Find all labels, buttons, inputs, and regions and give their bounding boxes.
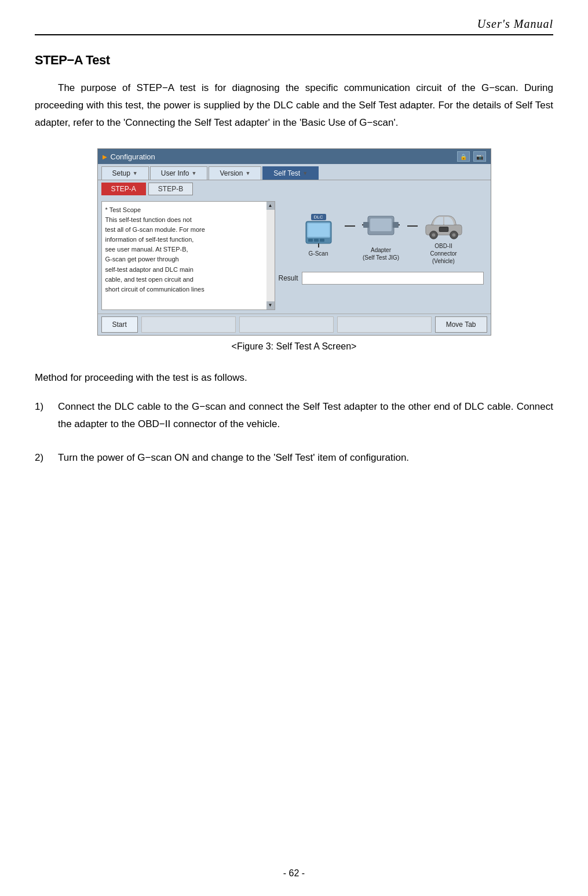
panel-scrollbar[interactable]: ▲ ▼ (266, 202, 275, 309)
screen-left-panel: * Test Scope This self-test function doe… (101, 201, 275, 310)
item-1-number: 1) (35, 398, 52, 433)
panel-text: * Test Scope This self-test function doe… (105, 205, 271, 294)
lock-icon: 🔒 (457, 151, 470, 162)
screen-right-panel: DLC (275, 201, 487, 310)
btn-spacer-1 (141, 316, 236, 333)
connection-line-1 (345, 225, 355, 227)
tab-selftest-label: Self Test (273, 169, 300, 177)
tab-userinfo-arrow: ▼ (191, 170, 196, 176)
intro-paragraph: The purpose of STEP−A test is for diagno… (35, 79, 553, 131)
page-footer: - 62 - (0, 868, 588, 879)
svg-rect-2 (308, 224, 329, 236)
titlebar-text: Configuration (111, 152, 155, 161)
svg-point-17 (452, 234, 455, 237)
car-svg (423, 207, 464, 239)
tab-selftest[interactable]: Self Test ▼ (262, 166, 319, 180)
subtab-stepa-label: STEP-A (111, 185, 136, 193)
svg-rect-9 (363, 222, 369, 228)
page-header: User's Manual (35, 17, 553, 35)
tab-setup-arrow: ▼ (133, 170, 138, 176)
figure-container: ▶ Configuration 🔒 📷 Setup ▼ User Info ▼ (97, 148, 491, 352)
scroll-down-arrow[interactable]: ▼ (266, 301, 275, 309)
page-number: - 62 - (283, 868, 305, 878)
gscan-image: DLC (298, 213, 339, 250)
screen-tabs: Setup ▼ User Info ▼ Version ▼ Self Test … (98, 164, 491, 180)
car-device-item: OBD-IIConnector(Vehicle) (423, 205, 464, 265)
tab-version-label: Version (220, 169, 243, 177)
subtab-stepa[interactable]: STEP-A (101, 183, 146, 195)
screenshot-box: ▶ Configuration 🔒 📷 Setup ▼ User Info ▼ (97, 148, 491, 336)
tab-setup[interactable]: Setup ▼ (101, 166, 149, 180)
gscan-device-item: DLC (298, 213, 339, 257)
tab-selftest-arrow: ▼ (302, 170, 308, 176)
scroll-track (266, 210, 275, 301)
move-tab-button[interactable]: Move Tab (435, 316, 487, 333)
svg-rect-18 (439, 227, 448, 232)
adapter-image (361, 209, 401, 246)
connection-line-2 (407, 225, 418, 227)
result-row: Result (279, 272, 484, 285)
panel-text-content: * Test Scope This self-test function doe… (102, 202, 275, 309)
btn-spacer-3 (337, 316, 432, 333)
numbered-item-1: 1) Connect the DLC cable to the G−scan a… (35, 398, 553, 433)
tab-version-arrow: ▼ (245, 170, 250, 176)
method-text: Method for proceeding with the test is a… (35, 369, 553, 387)
titlebar-icons: 🔒 📷 (457, 151, 486, 162)
device-diagram: DLC (279, 205, 484, 265)
gscan-label: G-Scan (309, 250, 328, 257)
screen-subtabs: STEP-A STEP-B (98, 180, 491, 198)
adapter-device-item: Adapter(Self Test JIG) (361, 209, 401, 261)
btn-spacer-2 (239, 316, 334, 333)
scroll-up-arrow[interactable]: ▲ (266, 202, 275, 210)
svg-point-15 (432, 234, 435, 237)
tab-userinfo-label: User Info (161, 169, 189, 177)
move-tab-button-label: Move Tab (446, 320, 476, 329)
figure-caption: <Figure 3: Self Test A Screen> (232, 341, 357, 352)
dlc-badge: DLC (311, 214, 326, 220)
camera-icon: 📷 (473, 151, 486, 162)
result-label: Result (279, 274, 298, 282)
section-heading: STEP−A Test (35, 53, 553, 68)
svg-rect-5 (320, 239, 324, 242)
car-label: OBD-IIConnector(Vehicle) (430, 242, 456, 265)
item-2-content: Turn the power of G−scan ON and change t… (58, 449, 553, 467)
svg-rect-4 (314, 239, 319, 242)
titlebar-triangle: ▶ (103, 154, 107, 160)
screen-content: * Test Scope This self-test function doe… (98, 198, 491, 314)
header-title: User's Manual (477, 17, 553, 31)
screen-bottom-bar: Start Move Tab (98, 314, 491, 335)
item-2-number: 2) (35, 449, 52, 467)
subtab-stepb-label: STEP-B (158, 185, 183, 193)
screen-titlebar: ▶ Configuration 🔒 📷 (98, 149, 491, 164)
adapter-svg (362, 212, 400, 243)
numbered-item-2: 2) Turn the power of G−scan ON and chang… (35, 449, 553, 467)
subtab-stepb[interactable]: STEP-B (148, 183, 193, 195)
tab-setup-label: Setup (112, 169, 130, 177)
tab-version[interactable]: Version ▼ (209, 166, 261, 180)
start-button-label: Start (112, 320, 127, 329)
item-1-content: Connect the DLC cable to the G−scan and … (58, 398, 553, 433)
tab-userinfo[interactable]: User Info ▼ (150, 166, 208, 180)
gscan-svg (301, 216, 336, 247)
car-image (423, 205, 464, 242)
adapter-label: Adapter(Self Test JIG) (363, 246, 399, 261)
svg-rect-8 (370, 218, 392, 231)
titlebar-left: ▶ Configuration (103, 152, 155, 161)
result-field (302, 272, 484, 285)
svg-rect-3 (308, 239, 313, 242)
svg-rect-10 (393, 222, 399, 228)
start-button[interactable]: Start (101, 316, 138, 333)
